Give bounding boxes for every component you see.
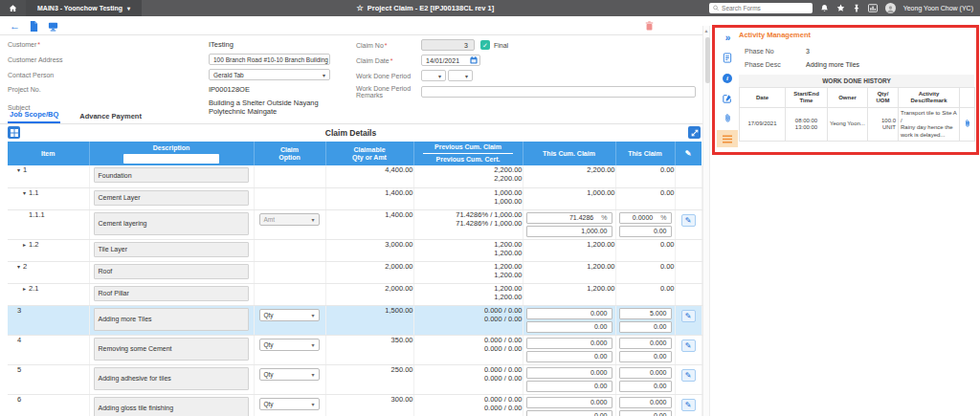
expand-toggle-icon[interactable]: ▸: [23, 242, 26, 248]
amount-input[interactable]: 0.000: [526, 308, 612, 319]
amount-input[interactable]: 1,000.00: [526, 226, 612, 237]
history-row[interactable]: 17/09/202108:00:0013:00:00Yeong Yoon...1…: [740, 108, 975, 142]
expand-claim-details-button[interactable]: [688, 126, 701, 139]
expand-toggle-icon[interactable]: ▸: [23, 286, 26, 292]
claim-row[interactable]: 1.1.1Cement layeringAmt1,400.0071.4286% …: [8, 209, 702, 239]
this-claim-cell: 0.0000.00: [615, 364, 675, 394]
column-claim-option[interactable]: ClaimOption: [254, 142, 325, 165]
column-edit[interactable]: ✎: [675, 142, 702, 165]
amount-input[interactable]: 0.00: [619, 410, 672, 416]
claim-row[interactable]: ▾1Foundation4,400.002,200.002,200.002,20…: [8, 165, 702, 187]
this-claim-cell: 5.0000.00: [615, 305, 675, 335]
amount-input[interactable]: 0.000: [526, 397, 612, 408]
scrollbar-thumb[interactable]: [705, 37, 710, 83]
document-panel-button[interactable]: [718, 50, 737, 66]
phase-no-label: Phase No: [739, 48, 806, 55]
amount-input[interactable]: 0.000: [526, 338, 612, 349]
description-field: Tile Layer: [94, 242, 249, 257]
amount-input[interactable]: 0.00: [619, 381, 672, 392]
favorites-button[interactable]: [836, 4, 845, 12]
column-this-cum-claim[interactable]: This Cum. Claim: [523, 142, 615, 165]
edit-row-button[interactable]: ✎: [681, 214, 696, 227]
claim-date-field[interactable]: 14/01/2021: [421, 55, 480, 66]
edit-row-button[interactable]: ✎: [681, 339, 696, 352]
amount-input[interactable]: 0.00: [619, 351, 672, 362]
amount-input[interactable]: 0.00: [619, 226, 672, 237]
amount-input[interactable]: 0.00: [526, 321, 612, 333]
attachments-panel-button[interactable]: [718, 110, 737, 126]
work-done-period-remarks-input[interactable]: [421, 86, 696, 98]
claim-row[interactable]: 4Removing some CementQty350.000.000 / 0.…: [8, 335, 702, 364]
user-name[interactable]: Yeong Yoon Chow (YC): [903, 5, 973, 11]
favorite-star-icon[interactable]: ☆: [357, 5, 364, 12]
column-this-claim[interactable]: This Claim: [615, 142, 675, 165]
search-box[interactable]: [709, 3, 813, 13]
contact-person-select[interactable]: Gerald Tab: [209, 69, 330, 80]
claim-row[interactable]: ▸1.2Tile Layer3,000.001,200.001,200.001,…: [8, 239, 702, 261]
customer-address-select[interactable]: 100 Branch Road #10-10 Branch Building: [209, 54, 330, 65]
calendar-icon[interactable]: [470, 56, 478, 64]
item-number: 1.2: [29, 240, 38, 249]
column-previous-cum[interactable]: Previous Cum. ClaimPrevious Cum. Cert.: [413, 142, 523, 165]
claim-row[interactable]: 5Adding adhesive for tilesQty250.000.000…: [8, 364, 702, 394]
expand-toggle-icon[interactable]: ▾: [17, 167, 20, 173]
claim-row[interactable]: 3Adding more TilesQty1,500.000.000 / 0.0…: [8, 305, 702, 335]
claim-option-select[interactable]: Qty: [259, 339, 320, 351]
claimable-cell: 250.00: [325, 364, 413, 394]
user-avatar[interactable]: [885, 3, 896, 13]
document-icon: [30, 21, 38, 32]
info-panel-button[interactable]: i: [718, 70, 737, 86]
amount-input[interactable]: 0.00: [526, 410, 612, 416]
amount-input[interactable]: 0.00: [619, 321, 672, 333]
claim-option-select[interactable]: Qty: [259, 398, 320, 410]
customer-row: Customer* ITesting: [8, 39, 348, 50]
description-filter-input[interactable]: [123, 154, 219, 164]
amount-input[interactable]: 0.000: [526, 367, 612, 379]
amount-input[interactable]: 71.4286%: [526, 212, 612, 224]
tab-job-scope-bq[interactable]: Job Scope/BQ: [8, 107, 60, 123]
expand-toggle-icon[interactable]: ▾: [17, 264, 20, 270]
amount-input[interactable]: 0.000: [619, 338, 672, 349]
back-button[interactable]: ←: [10, 21, 20, 32]
this-claim-cell: 0.00: [615, 165, 675, 187]
search-input[interactable]: [722, 5, 809, 11]
amount-input[interactable]: 5.000: [619, 308, 672, 319]
column-claimable[interactable]: ClaimableQty or Amt: [325, 142, 413, 165]
scroll-up-arrow[interactable]: ▲: [703, 28, 709, 33]
claim-option-select[interactable]: Qty: [259, 368, 320, 381]
document-button[interactable]: [30, 21, 38, 32]
edit-row-button[interactable]: ✎: [681, 399, 696, 411]
dashboard-button[interactable]: [868, 4, 878, 12]
column-description[interactable]: Description: [89, 142, 254, 165]
print-button[interactable]: [48, 22, 58, 32]
pinned-button[interactable]: [853, 4, 860, 12]
edit-row-button[interactable]: ✎: [681, 310, 696, 322]
delete-button[interactable]: [645, 21, 654, 31]
edit-panel-button[interactable]: [718, 90, 737, 106]
claim-row[interactable]: ▸2.1Roof Pillar2,000.001,200.001,200.001…: [8, 283, 702, 305]
tab-advance-payment[interactable]: Advance Payment: [78, 109, 144, 123]
notifications-button[interactable]: [820, 4, 829, 12]
description-field: Removing some Cement: [94, 338, 249, 361]
activity-panel-button[interactable]: [717, 130, 738, 147]
edit-row-button[interactable]: ✎: [681, 369, 696, 382]
home-button[interactable]: [0, 0, 26, 16]
app-menu-button[interactable]: MAIN3 - Yoonchow Testing ▾: [26, 0, 142, 16]
paperclip-icon[interactable]: [964, 119, 971, 128]
work-done-period-from-select[interactable]: [421, 70, 446, 81]
claim-row[interactable]: 6Adding gloss tile finishingQty300.000.0…: [8, 394, 702, 416]
expand-toggle-icon[interactable]: ▾: [23, 190, 26, 196]
amount-input[interactable]: 0.000: [619, 397, 672, 408]
claim-row[interactable]: ▾2Roof2,000.001,200.001,200.001,200.000.…: [8, 261, 702, 283]
vertical-scrollbar[interactable]: ▲: [702, 26, 710, 416]
claim-row[interactable]: ▾1.1Cement Layer1,400.001,000.001,000.00…: [8, 187, 702, 209]
amount-input[interactable]: 0.00: [526, 381, 612, 392]
work-done-period-to-select[interactable]: [448, 70, 473, 81]
collapse-panel-button[interactable]: »: [718, 30, 737, 46]
amount-input[interactable]: 0.0000%: [619, 212, 672, 224]
final-checkbox[interactable]: ✓: [480, 40, 490, 50]
amount-input[interactable]: 0.00: [526, 351, 612, 362]
claim-option-select[interactable]: Qty: [259, 309, 320, 321]
column-item[interactable]: Item: [8, 142, 89, 165]
amount-input[interactable]: 0.000: [619, 367, 672, 379]
